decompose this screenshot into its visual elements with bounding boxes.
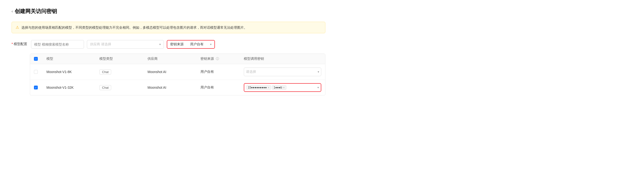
alert-box: ⚠ 选择与您的使用场景相匹配的模型，不同类型的模型处理能力不完全相同。例如，多模… [12, 22, 325, 33]
section-label-text: 模型配置 [14, 42, 27, 46]
td-supplier-row2: Moonshot AI [144, 86, 196, 89]
th-model-type-label: 模型类型 [100, 57, 113, 61]
row1-key-source: 用户自有 [200, 70, 214, 74]
key-source-value: 用户自有 [190, 42, 204, 47]
th-model-type: 模型类型 [96, 57, 144, 61]
th-key-source-label: 密钥来源 [200, 57, 214, 61]
row2-key-tag-2-close[interactable]: × [283, 86, 284, 89]
model-table: − 模型 模型类型 供应商 密钥来源 ⓘ 模型调用密钥 [30, 54, 325, 95]
model-search-input[interactable] [31, 40, 84, 49]
row2-key-tag-1-close[interactable]: × [268, 86, 269, 89]
row2-key-source: 用户自有 [200, 85, 214, 90]
th-model-label: 模型 [46, 57, 53, 61]
row2-key-tag-2-label: 1●●●b [274, 86, 282, 89]
th-supplier-label: 供应商 [148, 57, 158, 61]
th-invoke-key: 模型调用密钥 [240, 57, 325, 61]
model-config-section: * 模型配置 供应商 请选择 ▾ 密钥来源 用户自有 ▾ [12, 40, 325, 49]
table-row: Moonshot-V1-8K Chat Moonshot AI 用户自有 请选择… [30, 64, 325, 80]
row2-supplier: Moonshot AI [148, 86, 166, 89]
th-invoke-key-label: 模型调用密钥 [244, 57, 264, 61]
row1-type-tag: Chat [100, 69, 111, 75]
td-checkbox-row1[interactable] [30, 70, 42, 74]
page-container: ‹ 创建网关访问密钥 ⚠ 选择与您的使用场景相匹配的模型，不同类型的模型处理能力… [0, 0, 337, 103]
row1-key-select[interactable]: 请选择 ▾ [244, 68, 321, 76]
th-checkbox[interactable]: − [30, 57, 42, 61]
td-type-row2: Chat [96, 85, 144, 90]
row2-checkbox[interactable]: ✓ [34, 86, 38, 89]
key-source-select[interactable]: 密钥来源 用户自有 ▾ [167, 40, 215, 49]
th-key-source: 密钥来源 ⓘ [196, 57, 240, 61]
alert-text: 选择与您的使用场景相匹配的模型，不同类型的模型处理能力不完全相同。例如，多模态模… [22, 25, 247, 30]
row2-model-name: Moonshot-V1-32K [46, 86, 74, 89]
warning-icon: ⚠ [16, 25, 19, 30]
td-key-source-row1: 用户自有 [196, 70, 240, 74]
supplier-placeholder: 供应商 请选择 [90, 42, 111, 47]
td-type-row1: Chat [96, 69, 144, 75]
back-title-area: ‹ 创建网关访问密钥 [12, 8, 325, 15]
section-label: * 模型配置 [12, 42, 27, 46]
row2-key-select[interactable]: 15●●●●●●●●● × 1●●●b × ▾ [244, 83, 321, 92]
row2-key-tag-1-label: 15●●●●●●●●● [248, 86, 267, 89]
td-supplier-row1: Moonshot AI [144, 70, 196, 74]
supplier-chevron-icon: ▾ [159, 43, 161, 46]
supplier-select[interactable]: 供应商 请选择 ▾ [87, 40, 164, 49]
row1-supplier: Moonshot AI [148, 70, 166, 74]
key-source-label-text: 密钥来源 [170, 42, 184, 47]
row2-key-tags-container: 15●●●●●●●●● × 1●●●b × ▾ [246, 85, 319, 90]
key-source-info-icon: ⓘ [216, 57, 219, 61]
th-supplier: 供应商 [144, 57, 196, 61]
row2-key-tag-2[interactable]: 1●●●b × [272, 85, 286, 90]
row2-type-tag: Chat [100, 85, 111, 90]
back-button[interactable]: ‹ [12, 9, 13, 14]
required-star: * [12, 42, 13, 46]
td-invoke-key-row1[interactable]: 请选择 ▾ [240, 68, 325, 76]
row2-key-tag-1[interactable]: 15●●●●●●●●● × [246, 85, 271, 90]
td-model-row2: Moonshot-V1-32K [42, 86, 96, 89]
key-source-chevron-icon: ▾ [210, 43, 212, 46]
td-key-source-row2: 用户自有 [196, 85, 240, 90]
row1-key-chevron-icon: ▾ [318, 70, 319, 74]
header-checkbox[interactable]: − [34, 57, 38, 61]
row2-key-chevron-icon: ▾ [318, 86, 319, 89]
td-checkbox-row2[interactable]: ✓ [30, 86, 42, 89]
table-header: − 模型 模型类型 供应商 密钥来源 ⓘ 模型调用密钥 [30, 54, 325, 64]
row1-model-name: Moonshot-V1-8K [46, 70, 72, 74]
table-row: ✓ Moonshot-V1-32K Chat Moonshot AI 用户自有 … [30, 80, 325, 95]
row1-key-placeholder: 请选择 [246, 70, 256, 74]
td-model-row1: Moonshot-V1-8K [42, 70, 96, 74]
td-invoke-key-row2[interactable]: 15●●●●●●●●● × 1●●●b × ▾ [240, 83, 325, 92]
row1-checkbox[interactable] [34, 70, 38, 74]
th-model: 模型 [42, 57, 96, 61]
page-title: 创建网关访问密钥 [15, 8, 57, 15]
config-controls: 供应商 请选择 ▾ 密钥来源 用户自有 ▾ [31, 40, 325, 49]
